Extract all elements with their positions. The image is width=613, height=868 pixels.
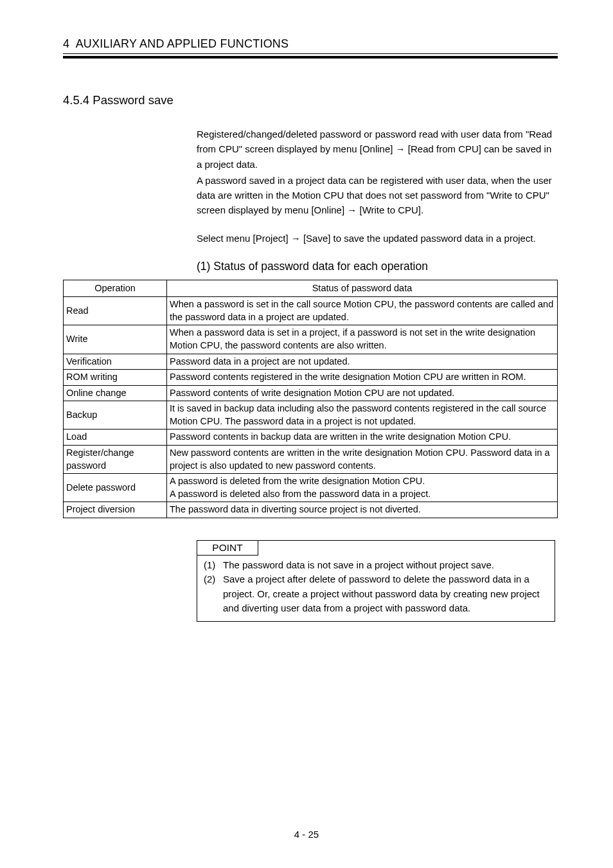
cell-operation: Backup bbox=[64, 401, 167, 429]
cell-status: When a password is set in the call sourc… bbox=[167, 297, 558, 325]
cell-operation: Delete password bbox=[64, 474, 167, 502]
table-row: Online change Password contents of write… bbox=[64, 385, 558, 401]
body-text-block: Registered/changed/deleted password or p… bbox=[197, 127, 555, 246]
cell-operation: Read bbox=[64, 297, 167, 325]
table-row: Project diversion The password data in d… bbox=[64, 502, 558, 518]
page: 4 AUXILIARY AND APPLIED FUNCTIONS 4.5.4 … bbox=[0, 0, 613, 868]
table-row: Verification Password data in a project … bbox=[64, 354, 558, 370]
paragraph-3: Select menu [Project] → [Save] to save t… bbox=[197, 231, 555, 246]
chapter-header: 4 AUXILIARY AND APPLIED FUNCTIONS bbox=[63, 37, 558, 51]
chapter-title: AUXILIARY AND APPLIED FUNCTIONS bbox=[76, 37, 289, 50]
table-row: Register/change password New password co… bbox=[64, 445, 558, 473]
table-row: Read When a password is set in the call … bbox=[64, 297, 558, 325]
point-item-text: The password data is not save in a proje… bbox=[223, 558, 548, 573]
cell-operation: Write bbox=[64, 325, 167, 354]
col-header-status: Status of password data bbox=[167, 280, 558, 297]
cell-status: It is saved in backup data including als… bbox=[167, 401, 558, 429]
cell-operation: Verification bbox=[64, 354, 167, 370]
point-item: (2) Save a project after delete of passw… bbox=[204, 572, 548, 616]
point-box: POINT (1) The password data is not save … bbox=[197, 540, 555, 622]
password-status-table: Operation Status of password data Read W… bbox=[63, 280, 558, 518]
point-tab-row: POINT bbox=[197, 541, 555, 556]
cell-status: New password contents are written in the… bbox=[167, 445, 558, 473]
table-row: ROM writing Password contents registered… bbox=[64, 370, 558, 386]
cell-operation: Online change bbox=[64, 385, 167, 401]
section-title: 4.5.4 Password save bbox=[63, 93, 558, 107]
cell-status: Password data in a project are not updat… bbox=[167, 354, 558, 370]
table-row: Backup It is saved in backup data includ… bbox=[64, 401, 558, 429]
chapter-number: 4 bbox=[63, 37, 69, 50]
table-subhead: (1) Status of password data for each ope… bbox=[197, 260, 558, 273]
cell-status: Password contents of write designation M… bbox=[167, 385, 558, 401]
cell-operation: Register/change password bbox=[64, 445, 167, 473]
cell-status: Password contents in backup data are wri… bbox=[167, 429, 558, 446]
paragraph-1: Registered/changed/deleted password or p… bbox=[197, 127, 555, 172]
cell-operation: Project diversion bbox=[64, 502, 167, 518]
table-row: Delete password A password is deleted fr… bbox=[64, 474, 558, 502]
cell-status: Password contents registered in the writ… bbox=[167, 370, 558, 386]
cell-operation: Load bbox=[64, 429, 167, 446]
section-heading: Password save bbox=[93, 93, 173, 107]
divider-thin bbox=[63, 53, 558, 54]
point-item-number: (2) bbox=[204, 572, 223, 616]
point-item: (1) The password data is not save in a p… bbox=[204, 558, 548, 573]
point-item-number: (1) bbox=[204, 558, 223, 573]
point-label: POINT bbox=[197, 541, 258, 556]
page-number: 4 - 25 bbox=[0, 829, 613, 840]
cell-status: The password data in diverting source pr… bbox=[167, 502, 558, 518]
cell-operation: ROM writing bbox=[64, 370, 167, 386]
table-header-row: Operation Status of password data bbox=[64, 280, 558, 297]
cell-status: When a password data is set in a project… bbox=[167, 325, 558, 354]
divider-thick bbox=[63, 56, 558, 59]
section-number: 4.5.4 bbox=[63, 93, 89, 107]
cell-status: A password is deleted from the write des… bbox=[167, 474, 558, 502]
table-row: Write When a password data is set in a p… bbox=[64, 325, 558, 354]
point-content: (1) The password data is not save in a p… bbox=[197, 556, 555, 621]
col-header-operation: Operation bbox=[64, 280, 167, 297]
paragraph-2: A password saved in a project data can b… bbox=[197, 173, 555, 218]
point-item-text: Save a project after delete of password … bbox=[223, 572, 548, 616]
table-row: Load Password contents in backup data ar… bbox=[64, 429, 558, 446]
